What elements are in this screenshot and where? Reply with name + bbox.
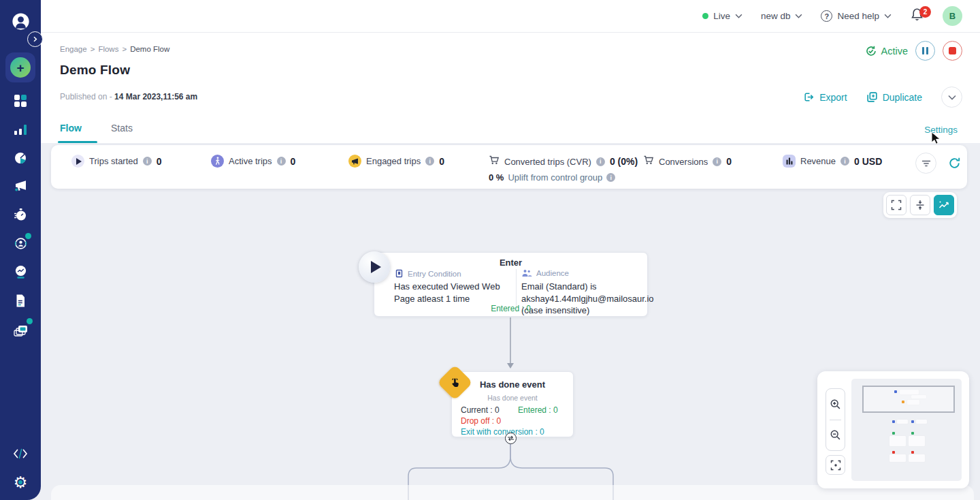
- info-icon[interactable]: i: [143, 157, 152, 166]
- enter-node[interactable]: Enter Entry Condition Has executed Viewe…: [374, 252, 648, 317]
- status-badge: Active: [865, 45, 909, 57]
- stop-flow-button[interactable]: [943, 41, 962, 61]
- node-divider: [516, 269, 517, 309]
- analytics-view-button[interactable]: [934, 195, 954, 215]
- need-help-label: Need help: [837, 11, 879, 21]
- chevron-down-icon: [948, 95, 956, 100]
- event-node-title: Has done event: [452, 379, 573, 390]
- question-icon: ?: [821, 10, 832, 22]
- info-icon[interactable]: i: [713, 157, 721, 166]
- info-icon[interactable]: i: [425, 157, 434, 166]
- duplicate-label: Duplicate: [883, 92, 922, 103]
- has-done-event-node[interactable]: Has done event Has done event Current : …: [451, 371, 574, 437]
- collapse-vertical-button[interactable]: [910, 195, 930, 215]
- filter-lines-icon: [921, 158, 932, 169]
- sidebar-item-segments[interactable]: [0, 150, 41, 166]
- avatar[interactable]: B: [943, 6, 962, 26]
- database-selector[interactable]: new db: [761, 11, 803, 21]
- breadcrumb: Engage > Flows > Demo Flow: [60, 45, 169, 53]
- info-icon[interactable]: i: [596, 157, 605, 166]
- zoom-out-button[interactable]: [826, 420, 845, 451]
- recenter-button[interactable]: [826, 455, 845, 475]
- fit-to-screen-button[interactable]: [886, 195, 906, 215]
- chevron-down-icon: [795, 14, 802, 18]
- sync-check-icon: [865, 45, 877, 57]
- event-drop-off: Drop off : 0: [461, 416, 501, 426]
- stat-revenue: Revenue i 0 USD: [783, 155, 882, 168]
- duplicate-button[interactable]: Duplicate: [866, 91, 922, 103]
- sidebar-item-audience[interactable]: [0, 235, 41, 251]
- sidebar-item-dashboard[interactable]: [0, 93, 41, 109]
- info-icon[interactable]: i: [840, 157, 849, 166]
- crystal-ball-icon: [14, 264, 28, 279]
- canvas-controls: [883, 192, 957, 218]
- minimap-panel: [817, 371, 969, 488]
- sidebar-item-settings[interactable]: ⚙: [0, 473, 41, 491]
- sidebar-item-analytics[interactable]: [0, 121, 41, 138]
- sidebar-item-reports[interactable]: [0, 292, 41, 309]
- zoom-controls: [826, 388, 845, 451]
- database-label: new db: [761, 11, 791, 21]
- main-area: Live new db ? Need help 2 B Engage >: [41, 0, 980, 500]
- settings-link[interactable]: Settings: [924, 125, 958, 135]
- need-help-menu[interactable]: ? Need help: [821, 10, 892, 22]
- dashboard-grid-icon: [14, 95, 27, 108]
- live-status-dot: [702, 13, 708, 19]
- mini-node: [911, 432, 914, 435]
- mini-node: [892, 451, 895, 454]
- tab-flow[interactable]: Flow: [60, 123, 82, 134]
- mini-node: [894, 390, 897, 393]
- entry-condition-text: Has executed Viewed Web Page atleast 1 t…: [394, 281, 508, 304]
- pause-icon: [922, 47, 924, 54]
- breadcrumb-flows[interactable]: Flows: [98, 45, 118, 53]
- info-icon[interactable]: i: [606, 173, 615, 182]
- mini-bar: [909, 454, 925, 462]
- notification-count-badge: 2: [919, 6, 931, 18]
- zoom-in-icon: [830, 399, 841, 410]
- create-new-button[interactable]: +: [5, 52, 35, 82]
- more-actions-button[interactable]: [941, 87, 962, 108]
- sidebar-item-developer[interactable]: [0, 446, 41, 462]
- filter-button[interactable]: [915, 153, 936, 174]
- mini-node: [902, 401, 904, 403]
- chevron-down-icon: [884, 14, 892, 18]
- environment-label: Live: [713, 11, 730, 21]
- branch-swap-button[interactable]: [505, 433, 517, 444]
- sidebar-expand-button[interactable]: [27, 31, 43, 47]
- trend-sparkle-icon: [938, 199, 950, 211]
- breadcrumb-engage[interactable]: Engage: [60, 45, 87, 53]
- megaphone-icon: [348, 155, 361, 168]
- status-label: Active: [881, 46, 909, 57]
- sidebar-item-journeys[interactable]: [0, 206, 41, 223]
- document-icon: [14, 294, 27, 308]
- entry-condition-header: Entry Condition: [395, 269, 461, 278]
- stop-icon: [949, 47, 956, 54]
- event-entered: Entered : 0: [518, 405, 558, 415]
- minimap-canvas[interactable]: [851, 379, 962, 481]
- mini-bar: [900, 390, 919, 394]
- zoom-in-button[interactable]: [826, 389, 845, 420]
- export-button[interactable]: Export: [803, 91, 847, 103]
- notifications-button[interactable]: 2: [910, 7, 924, 25]
- sidebar-item-campaigns[interactable]: [0, 178, 41, 194]
- chevron-down-icon: [735, 14, 742, 18]
- event-current: Current : 0: [461, 405, 500, 415]
- mini-node: [911, 420, 914, 423]
- mini-bar: [909, 436, 925, 446]
- collapse-vertical-icon: [915, 200, 926, 210]
- plus-icon: +: [10, 57, 31, 78]
- environment-selector[interactable]: Live: [702, 11, 742, 21]
- stacked-cards-icon: [13, 322, 29, 338]
- pause-flow-button[interactable]: [915, 41, 935, 61]
- tab-stats[interactable]: Stats: [111, 123, 133, 134]
- gear-icon: ⚙: [14, 475, 28, 490]
- stat-conversions: Conversions i 0: [643, 155, 732, 168]
- app-window: +: [0, 0, 980, 500]
- brand-logo-icon: [0, 10, 41, 34]
- pie-chart-icon: [14, 151, 27, 165]
- sidebar-item-predictions[interactable]: [0, 264, 41, 280]
- refresh-button[interactable]: [948, 157, 961, 172]
- info-icon[interactable]: i: [277, 157, 286, 166]
- breadcrumb-current: Demo Flow: [130, 45, 169, 53]
- sidebar-item-templates[interactable]: [0, 321, 41, 339]
